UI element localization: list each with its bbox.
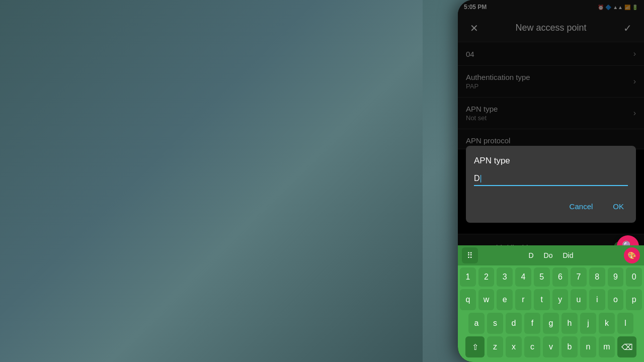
key-o[interactable]: o [608, 289, 624, 310]
input-value: D [474, 174, 480, 183]
backspace-key[interactable]: ⌫ [617, 336, 636, 357]
phone-frame: 5:05 PM ⏰ 🔷 ▲▲ 📶 🔋 ✕ New access point ✓ … [458, 0, 644, 362]
suggestion-items: D Do Did [528, 251, 573, 259]
suggestion-do[interactable]: Do [544, 251, 553, 259]
key-n[interactable]: n [580, 336, 596, 357]
key-p[interactable]: p [626, 289, 642, 310]
key-k[interactable]: k [599, 313, 615, 334]
keyboard-suggestions-row: ⠿ D Do Did 🎨 [458, 245, 644, 265]
key-8[interactable]: 8 [589, 267, 605, 287]
shift-key[interactable]: ⇧ [465, 336, 485, 357]
key-h[interactable]: h [561, 313, 578, 334]
key-7[interactable]: 7 [571, 267, 587, 287]
ok-button[interactable]: OK [609, 198, 628, 215]
key-6[interactable]: 6 [552, 267, 569, 287]
grid-icon: ⠿ [467, 251, 473, 260]
suggestion-d[interactable]: D [528, 251, 533, 259]
key-z[interactable]: z [487, 336, 503, 357]
keyboard-rows: 1 2 3 4 5 6 7 8 9 0 q w e r t y u i [458, 265, 644, 362]
key-q[interactable]: q [460, 289, 476, 310]
keyboard-emoji-button[interactable]: ⠿ [462, 247, 478, 263]
modal-input-wrapper[interactable]: D| [474, 174, 628, 186]
number-row: 1 2 3 4 5 6 7 8 9 0 [460, 267, 642, 287]
key-c[interactable]: c [524, 336, 540, 357]
keyboard-theme-button[interactable]: 🎨 [624, 247, 640, 263]
key-9[interactable]: 9 [608, 267, 624, 287]
key-5[interactable]: 5 [534, 267, 550, 287]
key-1[interactable]: 1 [460, 267, 476, 287]
key-4[interactable]: 4 [515, 267, 531, 287]
key-v[interactable]: v [543, 336, 559, 357]
paint-icon: 🎨 [627, 251, 636, 259]
key-r[interactable]: r [515, 289, 531, 310]
key-a[interactable]: a [468, 313, 485, 334]
key-d[interactable]: d [506, 313, 522, 334]
key-u[interactable]: u [571, 289, 587, 310]
key-g[interactable]: g [543, 313, 559, 334]
key-y[interactable]: y [552, 289, 569, 310]
key-j[interactable]: j [580, 313, 596, 334]
key-m[interactable]: m [599, 336, 615, 357]
key-3[interactable]: 3 [497, 267, 513, 287]
key-b[interactable]: b [561, 336, 578, 357]
key-row-2: a s d f g h j k l [460, 313, 642, 334]
apn-type-modal: APN type D| Cancel OK [466, 146, 636, 223]
key-row-1: q w e r t y u i o p [460, 289, 642, 310]
key-f[interactable]: f [524, 313, 540, 334]
key-t[interactable]: t [534, 289, 550, 310]
key-s[interactable]: s [487, 313, 503, 334]
cursor: | [480, 174, 482, 183]
modal-actions: Cancel OK [474, 194, 628, 223]
key-0[interactable]: 0 [626, 267, 642, 287]
key-2[interactable]: 2 [478, 267, 495, 287]
key-e[interactable]: e [497, 289, 513, 310]
desk-background [0, 0, 423, 362]
keyboard: ⠿ D Do Did 🎨 1 2 3 4 5 6 7 8 9 [458, 245, 644, 362]
apn-type-input-display[interactable]: D| [474, 174, 628, 186]
modal-title: APN type [474, 156, 628, 166]
suggestion-did[interactable]: Did [563, 251, 574, 259]
key-w[interactable]: w [478, 289, 495, 310]
key-x[interactable]: x [506, 336, 522, 357]
cancel-button[interactable]: Cancel [566, 198, 597, 215]
key-row-3: ⇧ z x c v b n m ⌫ [460, 336, 642, 357]
key-i[interactable]: i [589, 289, 605, 310]
key-l[interactable]: l [617, 313, 633, 334]
